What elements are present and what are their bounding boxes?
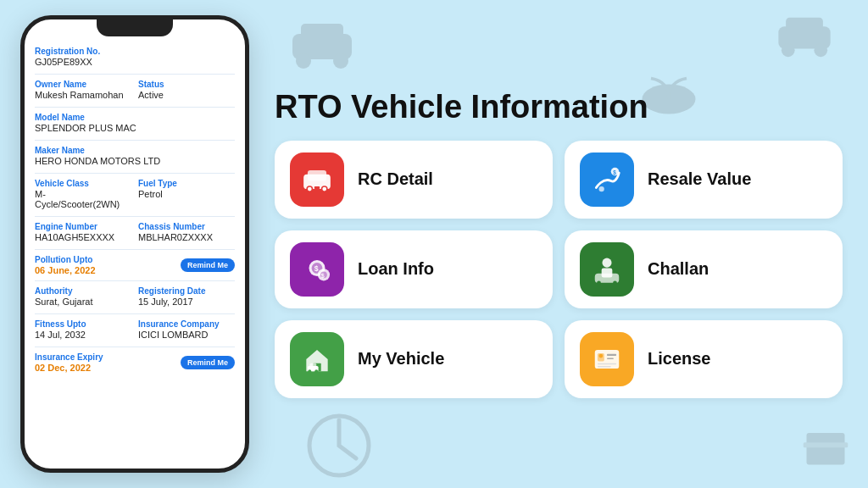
value-maker-name: HERO HONDA MOTORS LTD [35, 156, 235, 166]
label-registering-date: Registering Date [138, 286, 235, 296]
card-rc-detail-label: RC Detail [358, 169, 433, 189]
field-fitness-upto: Fitness Upto 14 Jul, 2032 [35, 319, 131, 340]
svg-point-6 [782, 43, 795, 57]
label-insurance-expiry: Insurance Expiry [35, 352, 103, 362]
value-insurance-company: ICICI LOMBARD [138, 330, 235, 340]
page-title: RTO Vehicle Information [275, 90, 843, 125]
svg-rect-4 [778, 26, 830, 48]
label-authority: Authority [35, 286, 131, 296]
svg-point-40 [599, 354, 604, 358]
svg-rect-41 [607, 354, 616, 356]
label-pollution-upto: Pollution Upto [35, 255, 96, 264]
value-registering-date: 15 July, 2017 [138, 297, 235, 307]
label-registration: Registration No. [35, 47, 235, 56]
value-fuel-type: Petrol [138, 189, 235, 199]
field-owner-name: Owner Name Mukesh Ramamohan [35, 80, 131, 100]
svg-point-31 [597, 280, 601, 285]
label-owner-name: Owner Name [35, 80, 131, 89]
value-engine-number: HA10AGH5EXXXX [35, 232, 131, 242]
svg-text:$: $ [314, 264, 319, 273]
svg-text:$: $ [321, 272, 325, 279]
value-authority: Surat, Gujarat [35, 297, 131, 307]
right-panel: RTO Vehicle Information RC Detail [249, 73, 868, 415]
svg-point-15 [308, 187, 312, 191]
card-loan-info-label: Loan Info [358, 259, 434, 279]
phone-notch [97, 19, 173, 36]
field-insurance-expiry: Insurance Expiry 02 Dec, 2022 Remind Me [35, 352, 235, 373]
value-registration: GJ05PE89XX [35, 57, 235, 67]
svg-text:$: $ [613, 169, 616, 176]
svg-point-21 [599, 186, 604, 191]
field-registering-date: Registering Date 15 July, 2017 [138, 286, 235, 307]
label-status: Status [138, 80, 235, 89]
value-model-name: SPLENDOR PLUS MAC [35, 123, 235, 133]
card-loan-info[interactable]: $ $ Loan Info [275, 230, 553, 308]
label-insurance-company: Insurance Company [138, 319, 235, 329]
svg-rect-1 [301, 24, 343, 42]
value-status: Active [138, 90, 235, 100]
field-engine-number: Engine Number HA10AGH5EXXXX [35, 222, 131, 242]
svg-point-17 [322, 187, 326, 191]
label-fitness-upto: Fitness Upto [35, 319, 131, 329]
card-license-label: License [648, 349, 710, 369]
field-chassis-number: Chassis Number MBLHAR0ZXXXX [138, 222, 235, 242]
svg-point-28 [602, 258, 611, 267]
label-engine-number: Engine Number [35, 222, 131, 231]
challan-icon [580, 242, 634, 297]
svg-point-36 [308, 369, 311, 373]
card-rc-detail[interactable]: RC Detail [275, 141, 553, 219]
svg-point-2 [296, 53, 311, 69]
value-insurance-expiry: 02 Dec, 2022 [35, 363, 103, 373]
svg-rect-44 [598, 366, 611, 368]
field-authority: Authority Surat, Gujarat [35, 286, 131, 307]
field-vehicle-class: Vehicle Class M- Cycle/Scooter(2WN) [35, 179, 131, 209]
license-icon [580, 332, 634, 386]
remind-insurance-button[interactable]: Remind Me [181, 356, 235, 369]
field-model-name: Model Name SPLENDOR PLUS MAC [35, 113, 235, 133]
svg-point-32 [613, 280, 617, 285]
card-license[interactable]: License [565, 320, 843, 398]
value-vehicle-class: M- Cycle/Scooter(2WN) [35, 189, 131, 209]
rc-detail-icon [290, 152, 344, 207]
svg-rect-5 [786, 18, 823, 34]
loan-info-icon: $ $ [290, 242, 344, 297]
phone-content: Registration No. GJ05PE89XX Owner Name M… [25, 40, 245, 469]
svg-rect-9 [804, 442, 849, 447]
field-fuel-type: Fuel Type Petrol [138, 179, 235, 209]
label-chassis-number: Chassis Number [138, 222, 235, 231]
field-maker-name: Maker Name HERO HONDA MOTORS LTD [35, 146, 235, 166]
card-challan[interactable]: Challan [565, 230, 843, 308]
svg-rect-43 [598, 363, 616, 365]
card-my-vehicle-label: My Vehicle [358, 349, 444, 369]
card-resale-value[interactable]: $ Resale Value [565, 141, 843, 219]
svg-point-37 [314, 369, 318, 373]
label-fuel-type: Fuel Type [138, 179, 235, 188]
value-fitness-upto: 14 Jul, 2032 [35, 330, 131, 340]
cards-grid: RC Detail $ Resale Value $ [275, 141, 843, 398]
field-pollution: Pollution Upto 06 June, 2022 Remind Me [35, 255, 235, 275]
svg-rect-18 [314, 186, 320, 189]
field-status: Status Active [138, 80, 235, 100]
svg-point-3 [333, 53, 348, 69]
value-chassis-number: MBLHAR0ZXXXX [138, 232, 235, 242]
svg-rect-35 [309, 363, 316, 368]
label-maker-name: Maker Name [35, 146, 235, 155]
field-insurance-company: Insurance Company ICICI LOMBARD [138, 319, 235, 340]
my-vehicle-icon [290, 332, 344, 386]
card-my-vehicle[interactable]: My Vehicle [275, 320, 553, 398]
svg-point-10 [309, 416, 369, 475]
remind-pollution-button[interactable]: Remind Me [181, 258, 235, 272]
svg-rect-13 [308, 170, 326, 181]
svg-rect-42 [607, 358, 614, 359]
field-registration: Registration No. GJ05PE89XX [35, 47, 235, 67]
svg-rect-8 [807, 433, 845, 465]
label-model-name: Model Name [35, 113, 235, 122]
card-challan-label: Challan [648, 259, 709, 279]
label-vehicle-class: Vehicle Class [35, 179, 131, 188]
svg-point-7 [814, 43, 827, 57]
phone-mockup: Registration No. GJ05PE89XX Owner Name M… [20, 15, 249, 473]
card-resale-value-label: Resale Value [648, 169, 751, 189]
svg-rect-0 [292, 34, 352, 59]
resale-value-icon: $ [580, 152, 634, 207]
value-pollution-upto: 06 June, 2022 [35, 265, 96, 275]
